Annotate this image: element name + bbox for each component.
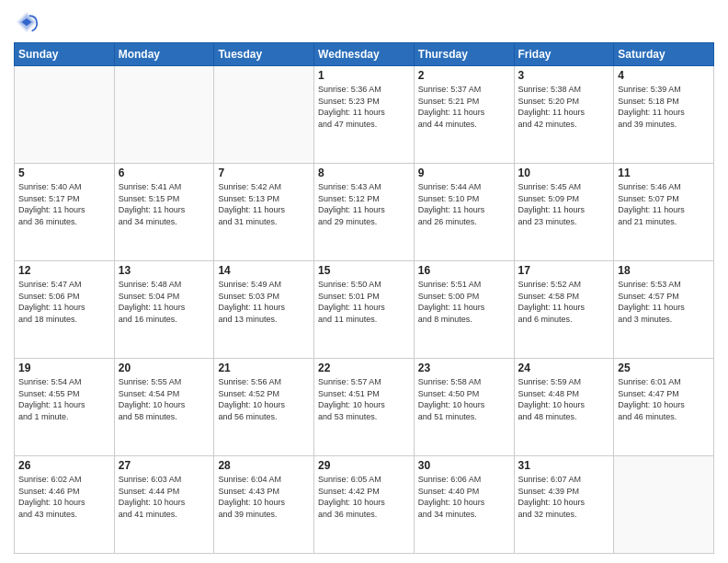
- day-info: Sunrise: 5:49 AMSunset: 5:03 PMDaylight:…: [218, 279, 310, 325]
- weekday-header-row: SundayMondayTuesdayWednesdayThursdayFrid…: [15, 43, 714, 66]
- day-number: 22: [318, 362, 410, 374]
- weekday-header-sunday: Sunday: [15, 43, 115, 66]
- day-info: Sunrise: 5:39 AMSunset: 5:18 PMDaylight:…: [618, 84, 710, 130]
- day-number: 2: [418, 69, 510, 82]
- weekday-header-thursday: Thursday: [414, 43, 514, 66]
- day-cell-14: 14Sunrise: 5:49 AMSunset: 5:03 PMDayligh…: [214, 261, 314, 359]
- day-number: 11: [618, 167, 710, 179]
- day-info: Sunrise: 5:45 AMSunset: 5:09 PMDaylight:…: [518, 181, 610, 227]
- day-number: 13: [119, 264, 210, 277]
- day-number: 29: [318, 459, 410, 472]
- day-number: 28: [218, 459, 310, 472]
- day-info: Sunrise: 5:59 AMSunset: 4:48 PMDaylight:…: [518, 376, 610, 422]
- day-cell-15: 15Sunrise: 5:50 AMSunset: 5:01 PMDayligh…: [314, 261, 415, 359]
- day-cell-4: 4Sunrise: 5:39 AMSunset: 5:18 PMDaylight…: [614, 66, 714, 164]
- day-number: 7: [218, 167, 310, 179]
- day-number: 25: [618, 362, 710, 374]
- day-number: 14: [218, 264, 310, 277]
- day-info: Sunrise: 5:51 AMSunset: 5:00 PMDaylight:…: [418, 279, 510, 325]
- day-cell-24: 24Sunrise: 5:59 AMSunset: 4:48 PMDayligh…: [514, 359, 614, 456]
- day-info: Sunrise: 5:40 AMSunset: 5:17 PMDaylight:…: [18, 181, 110, 227]
- day-cell-29: 29Sunrise: 6:05 AMSunset: 4:42 PMDayligh…: [314, 456, 415, 554]
- calendar-table: SundayMondayTuesdayWednesdayThursdayFrid…: [14, 42, 714, 554]
- day-cell-2: 2Sunrise: 5:37 AMSunset: 5:21 PMDaylight…: [414, 66, 514, 164]
- header: [14, 9, 714, 35]
- day-number: 19: [18, 362, 110, 374]
- day-info: Sunrise: 5:56 AMSunset: 4:52 PMDaylight:…: [218, 376, 310, 422]
- empty-cell: [214, 66, 314, 164]
- day-number: 31: [518, 459, 610, 472]
- day-number: 15: [318, 264, 410, 277]
- day-info: Sunrise: 6:06 AMSunset: 4:40 PMDaylight:…: [418, 474, 510, 520]
- week-row-2: 5Sunrise: 5:40 AMSunset: 5:17 PMDaylight…: [15, 164, 714, 261]
- day-info: Sunrise: 5:36 AMSunset: 5:23 PMDaylight:…: [318, 84, 410, 130]
- day-cell-1: 1Sunrise: 5:36 AMSunset: 5:23 PMDaylight…: [314, 66, 415, 164]
- day-info: Sunrise: 6:07 AMSunset: 4:39 PMDaylight:…: [518, 474, 610, 520]
- day-cell-3: 3Sunrise: 5:38 AMSunset: 5:20 PMDaylight…: [514, 66, 614, 164]
- day-info: Sunrise: 6:03 AMSunset: 4:44 PMDaylight:…: [119, 474, 210, 520]
- weekday-header-monday: Monday: [114, 43, 214, 66]
- week-row-3: 12Sunrise: 5:47 AMSunset: 5:06 PMDayligh…: [15, 261, 714, 359]
- empty-cell: [114, 66, 214, 164]
- logo: [14, 9, 43, 35]
- day-number: 10: [518, 167, 610, 179]
- day-cell-6: 6Sunrise: 5:41 AMSunset: 5:15 PMDaylight…: [114, 164, 214, 261]
- empty-cell: [15, 66, 115, 164]
- day-cell-25: 25Sunrise: 6:01 AMSunset: 4:47 PMDayligh…: [614, 359, 714, 456]
- day-cell-8: 8Sunrise: 5:43 AMSunset: 5:12 PMDaylight…: [314, 164, 415, 261]
- day-info: Sunrise: 5:50 AMSunset: 5:01 PMDaylight:…: [318, 279, 410, 325]
- day-info: Sunrise: 5:46 AMSunset: 5:07 PMDaylight:…: [618, 181, 710, 227]
- day-number: 27: [119, 459, 210, 472]
- day-number: 4: [618, 69, 710, 82]
- logo-icon: [14, 9, 40, 35]
- day-info: Sunrise: 5:54 AMSunset: 4:55 PMDaylight:…: [18, 376, 110, 422]
- empty-cell: [614, 456, 714, 554]
- day-info: Sunrise: 5:41 AMSunset: 5:15 PMDaylight:…: [119, 181, 210, 227]
- day-number: 3: [518, 69, 610, 82]
- day-info: Sunrise: 5:53 AMSunset: 4:57 PMDaylight:…: [618, 279, 710, 325]
- weekday-header-friday: Friday: [514, 43, 614, 66]
- day-cell-10: 10Sunrise: 5:45 AMSunset: 5:09 PMDayligh…: [514, 164, 614, 261]
- day-info: Sunrise: 5:55 AMSunset: 4:54 PMDaylight:…: [119, 376, 210, 422]
- day-number: 12: [18, 264, 110, 277]
- day-cell-19: 19Sunrise: 5:54 AMSunset: 4:55 PMDayligh…: [15, 359, 115, 456]
- day-info: Sunrise: 5:42 AMSunset: 5:13 PMDaylight:…: [218, 181, 310, 227]
- day-cell-22: 22Sunrise: 5:57 AMSunset: 4:51 PMDayligh…: [314, 359, 415, 456]
- day-cell-18: 18Sunrise: 5:53 AMSunset: 4:57 PMDayligh…: [614, 261, 714, 359]
- day-info: Sunrise: 6:02 AMSunset: 4:46 PMDaylight:…: [18, 474, 110, 520]
- week-row-4: 19Sunrise: 5:54 AMSunset: 4:55 PMDayligh…: [15, 359, 714, 456]
- day-info: Sunrise: 5:47 AMSunset: 5:06 PMDaylight:…: [18, 279, 110, 325]
- day-cell-23: 23Sunrise: 5:58 AMSunset: 4:50 PMDayligh…: [414, 359, 514, 456]
- day-info: Sunrise: 5:58 AMSunset: 4:50 PMDaylight:…: [418, 376, 510, 422]
- weekday-header-wednesday: Wednesday: [314, 43, 415, 66]
- day-info: Sunrise: 5:52 AMSunset: 4:58 PMDaylight:…: [518, 279, 610, 325]
- day-cell-27: 27Sunrise: 6:03 AMSunset: 4:44 PMDayligh…: [114, 456, 214, 554]
- day-number: 30: [418, 459, 510, 472]
- day-cell-31: 31Sunrise: 6:07 AMSunset: 4:39 PMDayligh…: [514, 456, 614, 554]
- day-cell-13: 13Sunrise: 5:48 AMSunset: 5:04 PMDayligh…: [114, 261, 214, 359]
- day-number: 18: [618, 264, 710, 277]
- day-info: Sunrise: 5:38 AMSunset: 5:20 PMDaylight:…: [518, 84, 610, 130]
- day-cell-7: 7Sunrise: 5:42 AMSunset: 5:13 PMDaylight…: [214, 164, 314, 261]
- day-number: 16: [418, 264, 510, 277]
- day-cell-9: 9Sunrise: 5:44 AMSunset: 5:10 PMDaylight…: [414, 164, 514, 261]
- weekday-header-tuesday: Tuesday: [214, 43, 314, 66]
- day-number: 23: [418, 362, 510, 374]
- day-cell-21: 21Sunrise: 5:56 AMSunset: 4:52 PMDayligh…: [214, 359, 314, 456]
- page: SundayMondayTuesdayWednesdayThursdayFrid…: [0, 0, 728, 563]
- day-number: 24: [518, 362, 610, 374]
- day-info: Sunrise: 6:01 AMSunset: 4:47 PMDaylight:…: [618, 376, 710, 422]
- day-number: 26: [18, 459, 110, 472]
- day-info: Sunrise: 5:44 AMSunset: 5:10 PMDaylight:…: [418, 181, 510, 227]
- day-cell-20: 20Sunrise: 5:55 AMSunset: 4:54 PMDayligh…: [114, 359, 214, 456]
- day-cell-11: 11Sunrise: 5:46 AMSunset: 5:07 PMDayligh…: [614, 164, 714, 261]
- day-info: Sunrise: 6:04 AMSunset: 4:43 PMDaylight:…: [218, 474, 310, 520]
- day-cell-26: 26Sunrise: 6:02 AMSunset: 4:46 PMDayligh…: [15, 456, 115, 554]
- day-cell-17: 17Sunrise: 5:52 AMSunset: 4:58 PMDayligh…: [514, 261, 614, 359]
- day-number: 5: [18, 167, 110, 179]
- day-number: 6: [119, 167, 210, 179]
- week-row-1: 1Sunrise: 5:36 AMSunset: 5:23 PMDaylight…: [15, 66, 714, 164]
- day-number: 8: [318, 167, 410, 179]
- day-info: Sunrise: 5:37 AMSunset: 5:21 PMDaylight:…: [418, 84, 510, 130]
- day-number: 17: [518, 264, 610, 277]
